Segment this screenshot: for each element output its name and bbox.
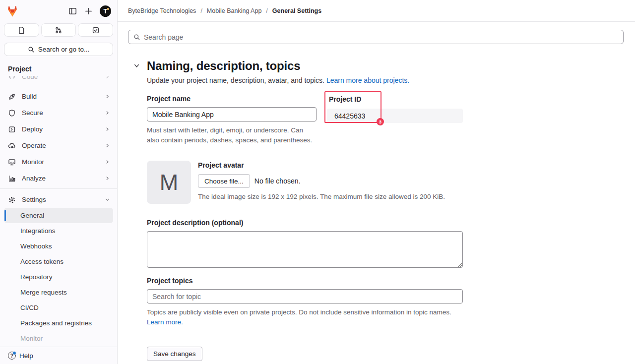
breadcrumb-group[interactable]: ByteBridge Technologies	[128, 7, 196, 14]
search-or-go-to-button[interactable]: Search or go to...	[4, 43, 113, 56]
project-topics-input[interactable]	[147, 289, 463, 303]
sidebar-header: T	[0, 0, 117, 21]
chevron-right-icon	[105, 126, 110, 132]
section-subtitle-text: Update your project name, description, a…	[147, 76, 326, 84]
project-name-input[interactable]	[147, 107, 317, 121]
merge-request-icon	[55, 26, 63, 34]
sidebar-item-cicd[interactable]: CI/CD	[4, 300, 113, 315]
sidebar-item-access-tokens[interactable]: Access tokens	[4, 254, 113, 269]
project-description-label: Project description (optional)	[147, 219, 463, 227]
sidebar-item-general[interactable]: General	[4, 208, 113, 223]
issues-shortcut-button[interactable]	[4, 23, 39, 37]
topics-help: Topics are publicly visible even on priv…	[147, 307, 463, 327]
sidebar-item-deploy[interactable]: Deploy	[0, 121, 117, 137]
sidebar-item-label: Merge requests	[20, 289, 67, 296]
sidebar-item-label: Repository	[20, 273, 53, 281]
breadcrumb: ByteBridge Technologies / Mobile Banking…	[128, 7, 321, 14]
sidebar-item-label: Settings	[22, 196, 46, 203]
sidebar-item-label: Integrations	[20, 227, 56, 235]
project-avatar[interactable]: M	[147, 161, 191, 204]
sidebar-item-repository[interactable]: Repository	[4, 269, 113, 285]
help-label: Help	[19, 352, 33, 360]
sidebar-item-build[interactable]: Build	[0, 88, 117, 105]
create-new-icon[interactable]	[84, 7, 93, 16]
monitor-icon	[8, 158, 16, 166]
page-search-input[interactable]	[144, 33, 618, 41]
todo-icon	[92, 26, 100, 34]
sidebar-item-operate[interactable]: Operate	[0, 137, 117, 154]
project-name-label: Project name	[147, 95, 317, 103]
sidebar-item-webhooks[interactable]: Webhooks	[4, 239, 113, 254]
project-name-help: Must start with letter, digit, emoji, or…	[147, 125, 317, 145]
sidebar-item-label: Monitor	[20, 335, 43, 342]
section-collapse-chevron-icon[interactable]	[133, 62, 141, 70]
breadcrumb-separator: /	[200, 7, 202, 14]
sidebar-item-label: Secure	[22, 109, 43, 117]
gitlab-logo-icon[interactable]	[6, 5, 19, 17]
chevron-right-icon	[105, 143, 110, 148]
sidebar-item-code[interactable]: Code	[0, 76, 117, 85]
sidebar-divider	[0, 188, 117, 189]
sidebar-item-label: Monitor	[22, 158, 44, 166]
sidebar-item-merge-requests[interactable]: Merge requests	[4, 285, 113, 300]
user-avatar[interactable]: T	[100, 5, 111, 17]
section-subtitle: Update your project name, description, a…	[147, 76, 624, 84]
search-or-go-to-label: Search or go to...	[38, 46, 90, 53]
project-description-textarea[interactable]	[147, 231, 463, 268]
cloud-gear-icon	[8, 142, 16, 150]
sidebar-shortcuts	[0, 21, 117, 39]
shield-icon	[8, 109, 16, 117]
sidebar-item-label: Packages and registries	[20, 319, 92, 327]
bar-chart-icon	[8, 175, 16, 182]
save-changes-button[interactable]: Save changes	[147, 347, 202, 361]
sidebar-nav: Code Build Secure Deploy Operate Monitor	[0, 76, 117, 347]
sidebar: T Search or go to... Project Code Build …	[0, 0, 118, 364]
search-icon	[133, 34, 140, 41]
breadcrumb-project[interactable]: Mobile Banking App	[207, 7, 262, 14]
project-avatar-label: Project avatar	[198, 161, 445, 169]
breadcrumb-current-page: General Settings	[272, 7, 321, 14]
project-id-label: Project ID	[329, 95, 361, 103]
page-search-field	[128, 30, 624, 44]
sidebar-item-secure[interactable]: Secure	[0, 105, 117, 121]
sidebar-item-label: Analyze	[22, 175, 46, 182]
chevron-right-icon	[105, 159, 110, 165]
chevron-right-icon	[105, 94, 110, 99]
code-icon	[8, 76, 16, 81]
chevron-down-icon	[105, 197, 110, 202]
avatar-help: The ideal image size is 192 x 192 pixels…	[198, 192, 445, 202]
section-title: Naming, description, topics	[147, 59, 300, 73]
chevron-right-icon	[105, 110, 110, 116]
sidebar-item-label: Deploy	[22, 125, 43, 133]
search-icon	[28, 46, 35, 53]
deploy-icon	[8, 125, 16, 133]
sidebar-item-monitor[interactable]: Monitor	[0, 154, 117, 170]
sidebar-item-analyze[interactable]: Analyze	[0, 170, 117, 186]
sidebar-item-settings[interactable]: Settings	[0, 191, 117, 208]
breadcrumb-separator: /	[266, 7, 267, 14]
file-chosen-status: No file chosen.	[254, 177, 301, 185]
sidebar-item-integrations[interactable]: Integrations	[4, 223, 113, 239]
sidebar-item-label: Code	[22, 76, 38, 80]
breadcrumb-bar: ByteBridge Technologies / Mobile Banking…	[118, 0, 635, 22]
choose-file-button[interactable]: Choose file...	[198, 174, 250, 188]
learn-more-topics-link[interactable]: Learn more.	[147, 318, 183, 326]
help-button[interactable]: ? Help	[0, 347, 117, 364]
chevron-right-icon	[105, 176, 110, 181]
sidebar-context-title: Project	[0, 58, 117, 76]
sidebar-item-monitor-settings[interactable]: Monitor	[4, 331, 113, 346]
rocket-icon	[8, 93, 16, 101]
sidebar-item-packages-registries[interactable]: Packages and registries	[4, 315, 113, 331]
sidebar-item-label: Operate	[22, 142, 46, 149]
gear-icon	[8, 196, 16, 204]
main-content: ByteBridge Technologies / Mobile Banking…	[118, 0, 635, 364]
chevron-right-icon	[105, 76, 110, 79]
learn-more-projects-link[interactable]: Learn more about projects.	[326, 76, 409, 84]
sidebar-toggle-icon[interactable]	[68, 7, 77, 16]
sidebar-item-label: Webhooks	[20, 243, 52, 250]
merge-requests-shortcut-button[interactable]	[41, 23, 76, 37]
project-id-value: 64425633	[327, 109, 463, 123]
todo-shortcut-button[interactable]	[78, 23, 113, 37]
issues-icon	[17, 26, 25, 34]
topics-help-text: Topics are publicly visible even on priv…	[147, 308, 451, 316]
